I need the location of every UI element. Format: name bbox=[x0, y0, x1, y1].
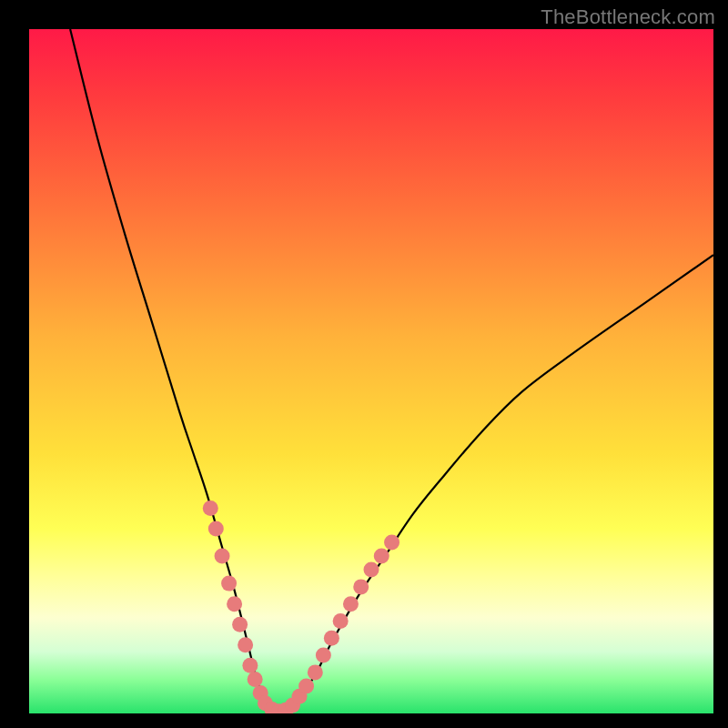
highlight-dot bbox=[215, 549, 230, 564]
bottleneck-curve bbox=[70, 29, 713, 713]
watermark-label: TheBottleneck.com bbox=[541, 5, 715, 29]
highlight-dot bbox=[203, 500, 218, 516]
highlight-dot bbox=[364, 562, 379, 578]
highlight-dot bbox=[298, 678, 314, 693]
chart-frame: TheBottleneck.com bbox=[0, 0, 728, 728]
highlight-dot bbox=[242, 658, 258, 673]
highlight-dot bbox=[308, 664, 323, 680]
highlight-dot bbox=[324, 631, 339, 646]
highlight-dot bbox=[248, 672, 263, 687]
highlight-dot bbox=[374, 549, 389, 564]
highlight-dot bbox=[353, 579, 369, 594]
highlight-dot bbox=[384, 535, 399, 551]
highlight-dot bbox=[316, 648, 331, 663]
highlight-dots bbox=[203, 500, 399, 713]
highlight-dot bbox=[221, 576, 237, 592]
highlight-dot bbox=[343, 596, 359, 612]
plot-area bbox=[29, 29, 713, 713]
highlight-dot bbox=[238, 637, 253, 652]
highlight-dot bbox=[333, 613, 349, 629]
chart-svg bbox=[29, 29, 713, 713]
highlight-dot bbox=[227, 596, 242, 612]
highlight-dot bbox=[232, 617, 248, 632]
highlight-dot bbox=[208, 521, 224, 536]
